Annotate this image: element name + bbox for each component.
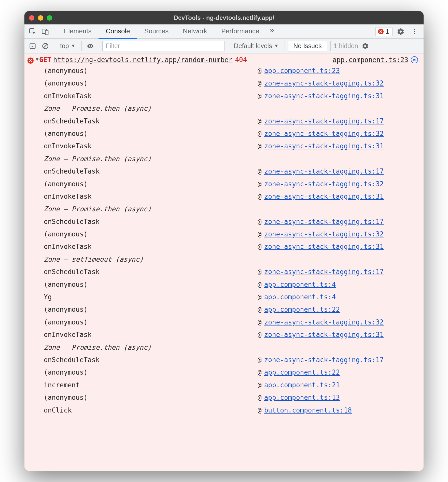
error-icon: [27, 58, 34, 64]
async-boundary: Zone — setTimeout (async): [44, 253, 418, 266]
frame-source-link[interactable]: zone-async-stack-tagging.ts:17: [264, 216, 384, 228]
at-symbol: @: [258, 391, 262, 404]
frame-function: onScheduleTask: [44, 216, 258, 228]
log-levels-label: Default levels: [234, 42, 272, 50]
close-window-button[interactable]: [29, 15, 34, 21]
log-levels-selector[interactable]: Default levels ▼: [231, 41, 282, 51]
error-icon: [378, 29, 384, 34]
hidden-count: 1 hidden: [334, 42, 358, 50]
frame-source-link[interactable]: zone-async-stack-tagging.ts:32: [264, 316, 384, 329]
live-expression-icon[interactable]: [85, 40, 96, 52]
settings-icon[interactable]: [395, 26, 406, 37]
svg-point-5: [414, 33, 415, 34]
expand-caret-icon[interactable]: ▼: [36, 56, 39, 62]
stack-frame: onInvokeTask@zone-async-stack-tagging.ts…: [44, 190, 418, 203]
async-boundary: Zone — Promise.then (async): [44, 102, 418, 115]
at-symbol: @: [258, 316, 262, 329]
frame-source-link[interactable]: zone-async-stack-tagging.ts:31: [264, 190, 384, 203]
frame-source-link[interactable]: zone-async-stack-tagging.ts:32: [264, 77, 384, 90]
async-boundary: Zone — Promise.then (async): [44, 203, 418, 215]
frame-source-link[interactable]: app.component.ts:4: [264, 291, 336, 303]
at-symbol: @: [258, 216, 262, 228]
frame-function: onInvokeTask: [44, 240, 258, 253]
at-symbol: @: [258, 278, 262, 291]
async-boundary: Zone — Promise.then (async): [44, 341, 418, 354]
at-symbol: @: [258, 165, 262, 178]
svg-rect-6: [30, 44, 35, 48]
frame-source-link[interactable]: zone-async-stack-tagging.ts:32: [264, 178, 384, 190]
stack-frame: onInvokeTask@zone-async-stack-tagging.ts…: [44, 90, 418, 102]
frame-source-link[interactable]: zone-async-stack-tagging.ts:17: [264, 115, 384, 127]
svg-point-3: [414, 29, 415, 30]
frame-source-link[interactable]: app.component.ts:21: [264, 379, 340, 391]
tab-network[interactable]: Network: [176, 24, 214, 39]
minimize-window-button[interactable]: [38, 15, 43, 21]
error-count-chip[interactable]: 1: [375, 27, 393, 36]
frame-source-link[interactable]: app.component.ts:23: [264, 65, 340, 77]
stack-frame: (anonymous)@zone-async-stack-tagging.ts:…: [44, 77, 418, 90]
stack-frame: (anonymous)@zone-async-stack-tagging.ts:…: [44, 178, 418, 190]
http-status: 404: [235, 56, 247, 64]
stack-frame: onInvokeTask@zone-async-stack-tagging.ts…: [44, 329, 418, 341]
frame-function: (anonymous): [44, 278, 258, 291]
frame-source-link[interactable]: app.component.ts:22: [264, 366, 340, 379]
frame-source-link[interactable]: zone-async-stack-tagging.ts:31: [264, 140, 384, 152]
frame-source-link[interactable]: button.component.ts:18: [264, 404, 352, 417]
frame-source-link[interactable]: app.component.ts:13: [264, 391, 340, 404]
console-error-row[interactable]: ▼ GET https://ng-devtools.netlify.app/ra…: [24, 55, 424, 65]
inspect-element-icon[interactable]: [27, 26, 38, 37]
stack-frame: (anonymous)@app.component.ts:22: [44, 303, 418, 316]
context-label: top: [60, 42, 69, 50]
frame-source-link[interactable]: app.component.ts:4: [264, 278, 336, 291]
stack-frame: (anonymous)@zone-async-stack-tagging.ts:…: [44, 316, 418, 329]
at-symbol: @: [258, 366, 262, 379]
chevron-down-icon: ▼: [274, 43, 279, 49]
frame-function: (anonymous): [44, 77, 258, 90]
frame-source-link[interactable]: app.component.ts:22: [264, 303, 340, 316]
frame-source-link[interactable]: zone-async-stack-tagging.ts:32: [264, 228, 384, 240]
frame-source-link[interactable]: zone-async-stack-tagging.ts:17: [264, 266, 384, 278]
issues-button[interactable]: No Issues: [288, 41, 327, 51]
tab-console[interactable]: Console: [99, 24, 137, 39]
clear-console-icon[interactable]: [40, 40, 51, 52]
origin-link[interactable]: app.component.ts:23: [333, 56, 408, 64]
frame-source-link[interactable]: zone-async-stack-tagging.ts:31: [264, 240, 384, 253]
frame-function: onInvokeTask: [44, 90, 258, 102]
stack-trace: (anonymous)@app.component.ts:23(anonymou…: [24, 65, 424, 417]
stack-frame: onScheduleTask@zone-async-stack-tagging.…: [44, 266, 418, 278]
frame-function: (anonymous): [44, 65, 258, 77]
frame-source-link[interactable]: zone-async-stack-tagging.ts:32: [264, 127, 384, 140]
stack-frame: (anonymous)@zone-async-stack-tagging.ts:…: [44, 228, 418, 240]
main-tabstrip: ElementsConsoleSourcesNetworkPerformance…: [24, 24, 424, 39]
at-symbol: @: [258, 65, 262, 77]
request-url[interactable]: https://ng-devtools.netlify.app/random-n…: [53, 56, 232, 64]
tab-sources[interactable]: Sources: [137, 24, 176, 39]
tab-performance[interactable]: Performance: [214, 24, 267, 39]
device-toolbar-icon[interactable]: [40, 26, 51, 37]
frame-source-link[interactable]: zone-async-stack-tagging.ts:31: [264, 329, 384, 341]
frame-function: (anonymous): [44, 178, 258, 190]
frame-function: (anonymous): [44, 127, 258, 140]
more-tabs-button[interactable]: »: [266, 24, 277, 36]
at-symbol: @: [258, 404, 262, 417]
filter-input[interactable]: [102, 41, 225, 51]
at-symbol: @: [258, 178, 262, 190]
frame-source-link[interactable]: zone-async-stack-tagging.ts:31: [264, 90, 384, 102]
at-symbol: @: [258, 354, 262, 366]
at-symbol: @: [258, 240, 262, 253]
at-symbol: @: [258, 140, 262, 152]
frame-function: onInvokeTask: [44, 140, 258, 152]
maximize-window-button[interactable]: [47, 15, 52, 21]
at-symbol: @: [258, 77, 262, 90]
toggle-sidebar-icon[interactable]: [27, 40, 38, 52]
frame-source-link[interactable]: zone-async-stack-tagging.ts:17: [264, 165, 384, 178]
console-toolbar: top ▼ Default levels ▼ No Issues 1 hidde…: [24, 39, 424, 53]
context-selector[interactable]: top ▼: [57, 41, 78, 51]
frame-source-link[interactable]: zone-async-stack-tagging.ts:17: [264, 354, 384, 366]
kebab-menu-icon[interactable]: [409, 26, 420, 37]
replay-xhr-icon[interactable]: [411, 56, 418, 63]
stack-frame: (anonymous)@app.component.ts:23: [44, 65, 418, 77]
console-settings-icon[interactable]: [360, 40, 371, 52]
frame-function: (anonymous): [44, 366, 258, 379]
tab-elements[interactable]: Elements: [57, 24, 99, 39]
